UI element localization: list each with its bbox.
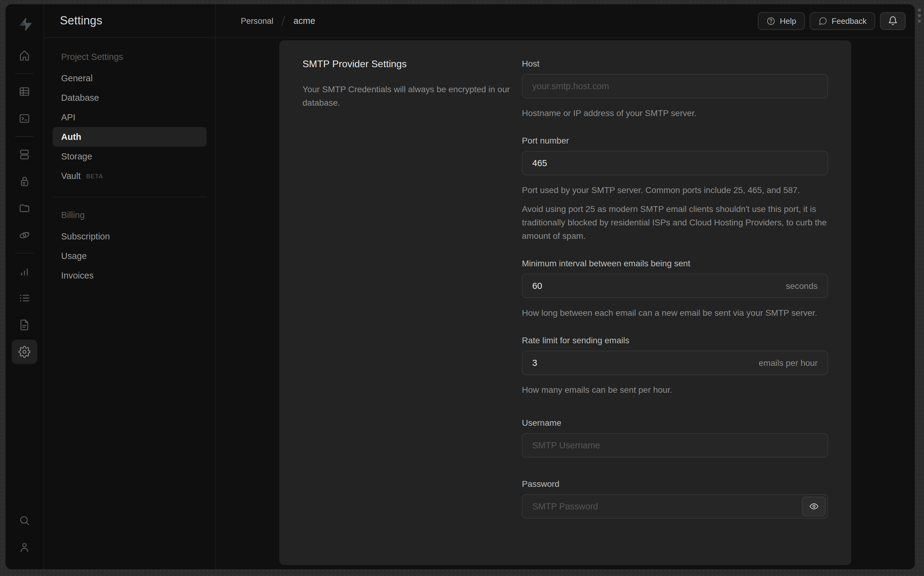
sidebar-item-vault[interactable]: Vault BETA — [53, 166, 207, 186]
auth-lock-icon[interactable] — [11, 169, 37, 194]
host-helper: Hostname or IP address of your SMTP serv… — [522, 106, 828, 120]
username-label: Username — [522, 418, 828, 427]
smtp-form: Host Hostname or IP address of your SMTP… — [522, 59, 828, 547]
supabase-logo-icon[interactable] — [12, 11, 37, 36]
database-icon[interactable] — [11, 142, 37, 167]
sidebar-item-storage[interactable]: Storage — [53, 147, 207, 166]
storage-icon[interactable] — [11, 196, 37, 221]
password-field-group: Password — [522, 479, 828, 518]
rate-limit-helper: How many emails can be sent per hour. — [522, 383, 828, 397]
sidebar-item-general[interactable]: General — [53, 69, 207, 88]
speech-bubble-icon — [818, 16, 828, 26]
sidebar-item-invoices[interactable]: Invoices — [53, 266, 207, 285]
sidebar-item-usage[interactable]: Usage — [53, 246, 207, 266]
content-scroll-area: SMTP Provider Settings Your SMTP Credent… — [216, 38, 915, 569]
edge-functions-icon[interactable] — [11, 223, 37, 247]
settings-sidebar: Settings Project Settings General Databa… — [44, 4, 216, 569]
password-input[interactable] — [522, 494, 828, 518]
page-title: Settings — [60, 14, 102, 27]
rate-limit-field-group: Rate limit for sending emails emails per… — [522, 335, 828, 397]
help-circle-icon — [766, 16, 775, 26]
rail-divider — [15, 253, 34, 253]
icon-rail — [5, 4, 44, 569]
rail-divider — [15, 73, 34, 74]
breadcrumb: Personal acme — [241, 15, 315, 26]
card-title: SMTP Provider Settings — [303, 59, 513, 70]
feedback-button[interactable]: Feedback — [810, 12, 875, 30]
port-helper-1: Port used by your SMTP server. Common po… — [522, 183, 828, 197]
host-field-group: Host Hostname or IP address of your SMTP… — [522, 59, 828, 120]
interval-helper: How long between each email can a new em… — [522, 306, 828, 320]
logs-icon[interactable] — [11, 286, 37, 310]
sidebar-item-api[interactable]: API — [53, 107, 207, 127]
breadcrumb-project[interactable]: acme — [294, 16, 315, 26]
username-field-group: Username — [522, 418, 828, 458]
section-heading-billing: Billing — [53, 206, 207, 224]
password-label: Password — [522, 479, 828, 489]
interval-input[interactable] — [522, 274, 828, 298]
eye-icon — [809, 501, 818, 511]
section-heading-project-settings: Project Settings — [53, 48, 207, 66]
sidebar-item-subscription[interactable]: Subscription — [53, 227, 207, 246]
breadcrumb-org[interactable]: Personal — [241, 16, 274, 26]
bell-icon — [888, 16, 898, 26]
rail-divider — [15, 136, 34, 137]
port-input[interactable] — [522, 151, 828, 175]
top-bar: Personal acme Help Fee — [216, 4, 915, 38]
home-icon[interactable] — [11, 43, 37, 68]
port-helper-2: Avoid using port 25 as modern SMTP email… — [522, 202, 828, 243]
main-area: Personal acme Help Fee — [216, 4, 915, 569]
smtp-settings-card: SMTP Provider Settings Your SMTP Credent… — [279, 40, 851, 565]
sidebar-header: Settings — [44, 4, 215, 38]
card-description: Your SMTP Credentials will always be enc… — [303, 82, 513, 109]
rate-limit-input[interactable] — [522, 350, 828, 375]
breadcrumb-separator — [282, 16, 285, 26]
settings-gear-icon[interactable] — [11, 339, 37, 364]
port-field-group: Port number Port used by your SMTP serve… — [522, 136, 828, 243]
reports-icon[interactable] — [11, 259, 37, 283]
sidebar-item-auth[interactable]: Auth — [53, 127, 207, 147]
reveal-password-button[interactable] — [802, 497, 826, 516]
interval-label: Minimum interval between emails being se… — [522, 258, 828, 268]
port-label: Port number — [522, 136, 828, 146]
host-input[interactable] — [522, 74, 828, 98]
sidebar-divider — [53, 197, 207, 197]
desktop-frame: Settings Project Settings General Databa… — [0, 0, 924, 576]
beta-badge: BETA — [86, 173, 103, 179]
sidebar-item-database[interactable]: Database — [53, 88, 207, 107]
table-editor-icon[interactable] — [11, 79, 37, 104]
user-icon[interactable] — [11, 535, 37, 560]
help-button[interactable]: Help — [758, 12, 805, 30]
app-window: Settings Project Settings General Databa… — [5, 4, 915, 569]
username-input[interactable] — [522, 433, 828, 458]
notifications-button[interactable] — [880, 12, 906, 30]
host-label: Host — [522, 59, 828, 69]
sql-editor-icon[interactable] — [11, 106, 37, 131]
interval-field-group: Minimum interval between emails being se… — [522, 258, 828, 320]
docs-icon[interactable] — [11, 313, 37, 337]
window-scrollbar[interactable] — [918, 8, 921, 22]
search-icon[interactable] — [11, 508, 37, 533]
rate-limit-label: Rate limit for sending emails — [522, 335, 828, 345]
